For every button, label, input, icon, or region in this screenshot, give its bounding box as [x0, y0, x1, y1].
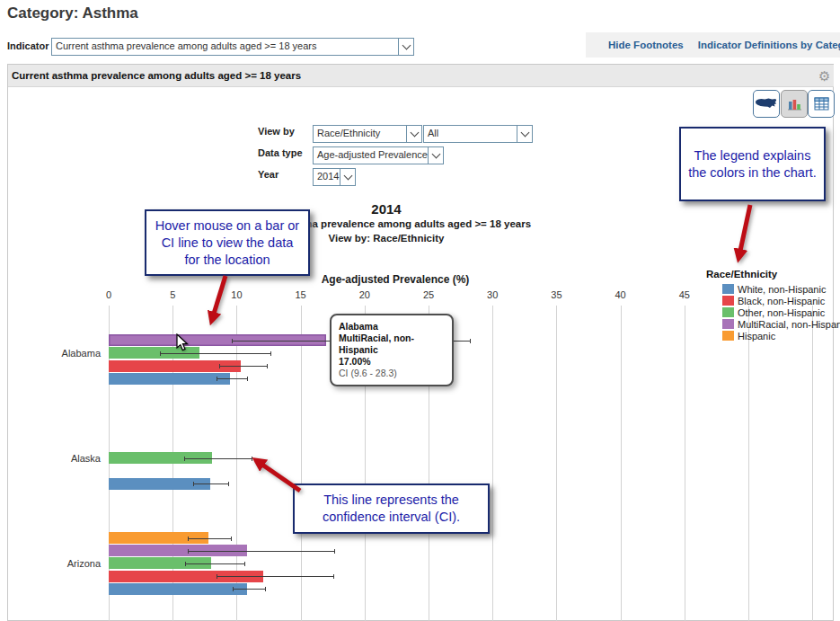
ci-line[interactable]: [219, 366, 268, 367]
mouse-cursor-icon: [176, 333, 189, 351]
ci-line[interactable]: [188, 538, 231, 539]
legend-swatch-icon: [722, 307, 734, 317]
tooltip-value: 17.00%: [339, 356, 445, 368]
red-arrow-icon: [193, 272, 238, 332]
legend-label: Hispanic: [738, 331, 775, 342]
chart-bar[interactable]: [109, 583, 247, 595]
legend-item: Hispanic: [706, 330, 840, 342]
legend-item: MultiRacial, non-Hispanic: [706, 318, 840, 330]
legend-item: Black, non-Hispanic: [706, 295, 840, 306]
axis-tick-label: 35: [541, 289, 571, 300]
ci-line[interactable]: [188, 551, 335, 552]
legend-item: White, non-Hispanic: [706, 283, 840, 295]
gridline: [748, 306, 749, 621]
axis-tick-label: 30: [477, 289, 508, 300]
legend-swatch-icon: [722, 331, 734, 341]
legend-label: Other, non-Hispanic: [738, 307, 825, 318]
legend-label: MultiRacial, non-Hispanic: [738, 319, 840, 330]
callout-hover-hint: Hover mouse on a bar or CI line to view …: [145, 209, 310, 276]
gridline: [685, 306, 685, 621]
ci-line[interactable]: [160, 353, 271, 354]
gridline: [556, 306, 557, 621]
axis-tick-label: 0: [93, 289, 124, 300]
callout-legend-text: The legend explains the colors in the ch…: [688, 147, 817, 182]
state-label: Alaska: [36, 453, 101, 464]
legend-swatch-icon: [722, 319, 734, 329]
state-label: Alabama: [36, 348, 101, 359]
ci-line[interactable]: [217, 378, 249, 379]
red-arrow-icon: [244, 451, 312, 501]
callout-ci-hint: This line represents the confidence inte…: [293, 483, 490, 534]
data-tooltip: Alabama MultiRacial, non-Hispanic 17.00%…: [330, 314, 454, 386]
tooltip-ci: CI (9.6 - 28.3): [339, 368, 445, 379]
axis-tick-label: 45: [669, 289, 700, 300]
tooltip-series: MultiRacial, non-Hispanic: [339, 333, 445, 356]
tooltip-state: Alabama: [339, 321, 445, 333]
ci-line[interactable]: [193, 483, 229, 484]
red-arrow-icon: [726, 201, 766, 266]
axis-tick-label: 25: [413, 289, 444, 300]
ci-line[interactable]: [184, 458, 252, 459]
chart-bar[interactable]: [109, 373, 230, 385]
chart-legend: Race/Ethnicity White, non-HispanicBlack,…: [706, 269, 840, 342]
legend-swatch-icon: [722, 296, 734, 306]
legend-label: Black, non-Hispanic: [738, 296, 825, 306]
axis-tick-label: 20: [349, 289, 380, 300]
legend-label: White, non-Hispanic: [738, 284, 826, 295]
callout-hover-text: Hover mouse on a bar or CI line to view …: [154, 217, 301, 269]
axis-tick-label: 5: [157, 289, 188, 300]
ci-line[interactable]: [233, 589, 266, 590]
gridline: [492, 306, 493, 621]
callout-legend-hint: The legend explains the colors in the ch…: [679, 127, 826, 201]
ci-line[interactable]: [185, 563, 245, 564]
axis-tick-label: 40: [606, 289, 636, 300]
gridline: [621, 306, 622, 621]
state-label: Arizona: [36, 558, 101, 569]
gridline: [812, 306, 813, 621]
legend-item: Other, non-Hispanic: [706, 306, 840, 318]
legend-title: Race/Ethnicity: [706, 269, 840, 279]
callout-ci-text: This line represents the confidence inte…: [302, 492, 481, 526]
legend-swatch-icon: [722, 284, 734, 294]
axis-tick-label: 15: [286, 289, 316, 300]
ci-line[interactable]: [217, 576, 334, 577]
